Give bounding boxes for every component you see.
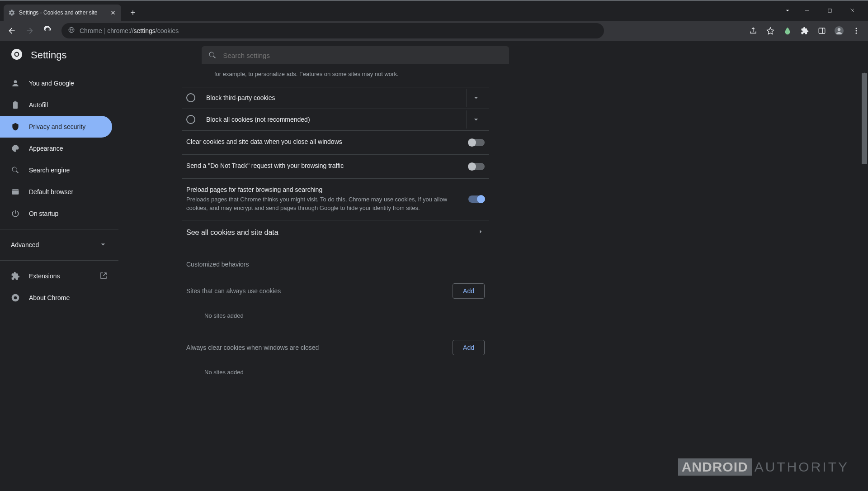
forward-button[interactable]	[22, 23, 38, 39]
sidebar-item-label: Privacy and security	[29, 123, 85, 130]
clipboard-icon	[11, 100, 20, 110]
tab-title: Settings - Cookies and other site	[19, 10, 106, 16]
back-button[interactable]	[4, 23, 20, 39]
toggle-clear-on-exit: Clear cookies and site data when you clo…	[182, 130, 489, 154]
address-bar[interactable]: Chrome | chrome://settings/cookies	[61, 23, 604, 38]
sidebar-item-autofill[interactable]: Autofill	[0, 94, 112, 116]
settings-content: for example, to personalize ads. Feature…	[118, 70, 868, 491]
svg-point-6	[856, 30, 857, 32]
site-info-icon[interactable]	[68, 26, 75, 35]
profile-button[interactable]	[831, 23, 847, 39]
settings-sidebar: You and Google Autofill Privacy and secu…	[0, 70, 118, 491]
settings-header: Settings	[0, 41, 868, 70]
option-description: for example, to personalize ads. Feature…	[182, 70, 489, 87]
sidebar-item-label: Appearance	[29, 145, 63, 152]
chevron-right-icon	[476, 228, 485, 238]
sidebar-extensions-link[interactable]: Extensions	[0, 265, 118, 287]
svg-point-14	[14, 296, 17, 300]
svg-point-4	[838, 28, 840, 31]
share-button[interactable]	[745, 23, 761, 39]
palette-icon	[11, 144, 20, 153]
external-link-icon	[99, 272, 108, 281]
search-settings-input[interactable]	[202, 46, 509, 64]
bookmark-button[interactable]	[762, 23, 778, 39]
sidebar-item-label: Autofill	[29, 101, 48, 109]
page-title: Settings	[31, 49, 67, 61]
titlebar: Settings - Cookies and other site	[0, 0, 868, 21]
option-block-third-party[interactable]: Block third-party cookies	[182, 87, 489, 109]
no-sites-message: No sites added	[182, 360, 489, 385]
close-window-button[interactable]	[842, 4, 863, 17]
sidebar-advanced[interactable]: Advanced	[0, 234, 118, 256]
maximize-button[interactable]	[819, 4, 840, 17]
option-block-all-cookies[interactable]: Block all cookies (not recommended)	[182, 109, 489, 130]
browser-tab[interactable]: Settings - Cookies and other site	[4, 5, 121, 21]
link-see-all-cookies[interactable]: See all cookies and site data	[182, 220, 489, 245]
sidebar-item-default-browser[interactable]: Default browser	[0, 181, 112, 203]
close-icon[interactable]	[109, 9, 117, 16]
shield-icon	[11, 122, 20, 131]
add-button[interactable]: Add	[453, 283, 485, 299]
chrome-icon	[11, 293, 20, 302]
svg-point-7	[856, 33, 857, 34]
extensions-icon	[11, 272, 20, 281]
person-icon	[11, 79, 20, 88]
menu-button[interactable]	[848, 23, 864, 39]
minimize-button[interactable]	[797, 4, 817, 17]
browser-toolbar: Chrome | chrome://settings/cookies	[0, 21, 868, 41]
url-text: Chrome | chrome://settings/cookies	[80, 27, 179, 34]
section-always-allow: Sites that can always use cookies Add	[182, 272, 489, 303]
leaf-icon[interactable]	[779, 23, 796, 39]
sidebar-about-chrome[interactable]: About Chrome	[0, 287, 118, 309]
sidebar-item-appearance[interactable]: Appearance	[0, 138, 112, 159]
svg-point-10	[15, 53, 19, 56]
svg-rect-12	[12, 189, 19, 195]
section-customized-behaviors: Customized behaviors	[186, 261, 489, 268]
svg-rect-0	[828, 9, 831, 12]
tab-search-button[interactable]	[780, 4, 795, 17]
radio-icon[interactable]	[186, 93, 195, 102]
scroll-thumb[interactable]	[862, 73, 867, 164]
section-always-clear: Always clear cookies when windows are cl…	[182, 328, 489, 360]
expand-button[interactable]	[467, 110, 485, 129]
extensions-button[interactable]	[797, 23, 813, 39]
new-tab-button[interactable]	[127, 6, 139, 19]
sidebar-item-label: Search engine	[29, 167, 70, 174]
reload-button[interactable]	[40, 23, 56, 39]
sidebar-separator	[0, 260, 118, 261]
add-button[interactable]: Add	[453, 340, 485, 355]
browser-icon	[11, 187, 20, 196]
svg-point-5	[856, 28, 857, 29]
radio-icon[interactable]	[186, 115, 195, 124]
chrome-logo-icon	[11, 48, 23, 62]
toggle-preload-pages: Preload pages for faster browsing and se…	[182, 178, 489, 220]
toggle-switch[interactable]	[468, 195, 485, 203]
sidebar-item-label: You and Google	[29, 80, 74, 87]
toggle-do-not-track: Send a "Do Not Track" request with your …	[182, 154, 489, 178]
power-icon	[11, 209, 20, 218]
side-panel-button[interactable]	[814, 23, 830, 39]
svg-rect-2	[819, 28, 825, 33]
sidebar-separator	[0, 229, 118, 229]
sidebar-item-you-and-google[interactable]: You and Google	[0, 72, 112, 94]
search-icon	[11, 166, 20, 175]
search-icon	[208, 51, 217, 60]
sidebar-item-privacy-security[interactable]: Privacy and security	[0, 116, 112, 138]
sidebar-item-search-engine[interactable]: Search engine	[0, 159, 112, 181]
sidebar-item-label: On startup	[29, 210, 58, 217]
toggle-switch[interactable]	[468, 139, 485, 146]
gear-icon	[8, 9, 15, 16]
watermark: ANDROID AUTHORITY	[678, 458, 849, 476]
no-sites-message: No sites added	[182, 303, 489, 328]
sidebar-item-on-startup[interactable]: On startup	[0, 203, 112, 224]
toggle-switch[interactable]	[468, 163, 485, 170]
chevron-down-icon	[99, 240, 108, 250]
svg-point-11	[14, 80, 17, 83]
expand-button[interactable]	[467, 89, 485, 107]
sidebar-item-label: Default browser	[29, 188, 73, 195]
scrollbar[interactable]	[861, 70, 868, 491]
